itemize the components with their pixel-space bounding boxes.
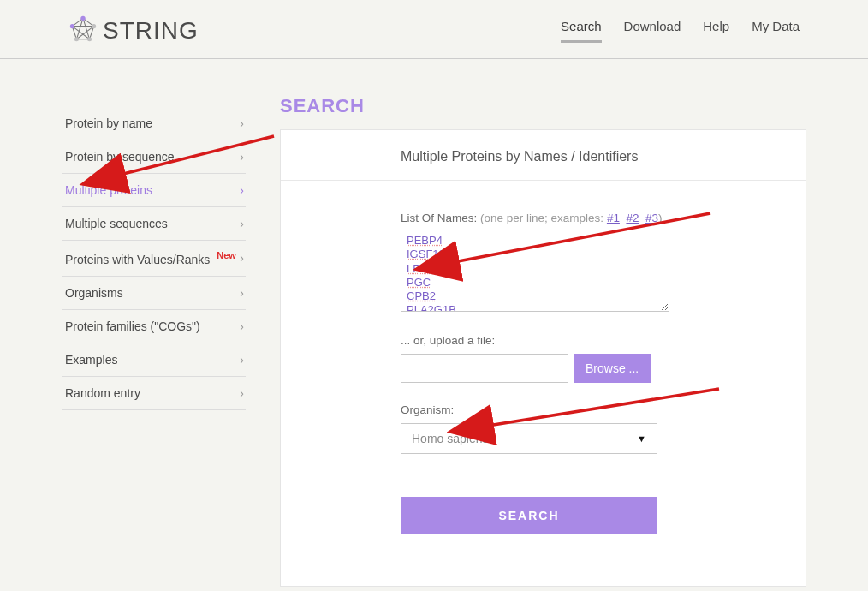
sidebar-item-label: Protein by name xyxy=(65,116,152,130)
sidebar-item-label: Organisms xyxy=(65,286,123,300)
page-title: SEARCH xyxy=(280,95,806,117)
chevron-right-icon: › xyxy=(240,386,244,400)
list-label-text: List Of Names: xyxy=(401,212,477,224)
svg-point-2 xyxy=(87,37,92,41)
panel-title: Multiple Proteins by Names / Identifiers xyxy=(281,130,806,181)
chevron-right-icon: › xyxy=(240,183,244,197)
sidebar-item-examples[interactable]: Examples › xyxy=(62,343,246,377)
caret-down-icon: ▼ xyxy=(637,433,646,444)
brand: STRING xyxy=(68,15,199,46)
nav-search[interactable]: Search xyxy=(561,19,602,43)
list-of-names-label: List Of Names: (one per line; examples: … xyxy=(401,212,775,224)
nav-mydata[interactable]: My Data xyxy=(752,19,800,43)
svg-point-1 xyxy=(92,24,96,28)
brand-name: STRING xyxy=(103,17,199,45)
organism-select[interactable]: Homo sapiens ▼ xyxy=(401,423,657,454)
nav-download[interactable]: Download xyxy=(624,19,681,43)
sidebar-item-label: Multiple sequences xyxy=(65,217,168,230)
sidebar-item-protein-by-name[interactable]: Protein by name › xyxy=(62,107,246,140)
sidebar-item-organisms[interactable]: Organisms › xyxy=(62,277,246,310)
example-link-3[interactable]: #3 xyxy=(645,212,658,224)
svg-point-4 xyxy=(70,24,74,28)
chevron-right-icon: › xyxy=(240,319,244,333)
sidebar-item-proteins-values-ranks[interactable]: Proteins with Values/Ranks New › xyxy=(62,241,246,277)
sidebar-item-protein-families[interactable]: Protein families ("COGs") › xyxy=(62,310,246,343)
browse-button[interactable]: Browse ... xyxy=(574,354,651,383)
logo-icon xyxy=(68,15,98,46)
chevron-right-icon: › xyxy=(240,286,244,300)
nav-help[interactable]: Help xyxy=(703,19,729,43)
organism-value: Homo sapiens xyxy=(412,432,489,445)
organism-label: Organism: xyxy=(401,403,775,416)
top-nav: Search Download Help My Data xyxy=(561,19,800,43)
chevron-right-icon: › xyxy=(240,251,244,265)
list-hint: (one per line; examples: #1 #2 #3) xyxy=(480,212,662,224)
sidebar-item-label: Multiple proteins xyxy=(65,183,152,197)
sidebar-item-protein-by-sequence[interactable]: Protein by sequence › xyxy=(62,140,246,174)
new-badge: New xyxy=(217,250,236,260)
main-column: SEARCH Multiple Proteins by Names / Iden… xyxy=(280,93,806,587)
sidebar-item-label: Protein by sequence xyxy=(65,150,175,164)
sidebar-item-label: Proteins with Values/Ranks xyxy=(65,253,210,266)
sidebar-item-multiple-proteins[interactable]: Multiple proteins › xyxy=(62,174,246,207)
file-path-input[interactable] xyxy=(401,354,568,383)
upload-label: ... or, upload a file: xyxy=(401,334,775,347)
svg-point-0 xyxy=(80,16,85,21)
chevron-right-icon: › xyxy=(240,116,244,130)
svg-point-3 xyxy=(74,37,79,41)
sidebar-item-label: Protein families ("COGs") xyxy=(65,319,200,333)
chevron-right-icon: › xyxy=(240,353,244,367)
search-panel: Multiple Proteins by Names / Identifiers… xyxy=(280,129,806,587)
header: STRING Search Download Help My Data xyxy=(0,0,868,59)
example-link-2[interactable]: #2 xyxy=(626,212,639,224)
names-textarea[interactable] xyxy=(401,230,669,312)
sidebar: Protein by name › Protein by sequence › … xyxy=(62,93,246,410)
example-link-1[interactable]: #1 xyxy=(607,212,620,224)
chevron-right-icon: › xyxy=(240,217,244,230)
chevron-right-icon: › xyxy=(240,150,244,164)
sidebar-item-label: Random entry xyxy=(65,386,140,400)
search-button[interactable]: SEARCH xyxy=(401,497,657,534)
sidebar-item-random-entry[interactable]: Random entry › xyxy=(62,377,246,410)
sidebar-item-label: Examples xyxy=(65,353,117,367)
sidebar-item-multiple-sequences[interactable]: Multiple sequences › xyxy=(62,207,246,241)
